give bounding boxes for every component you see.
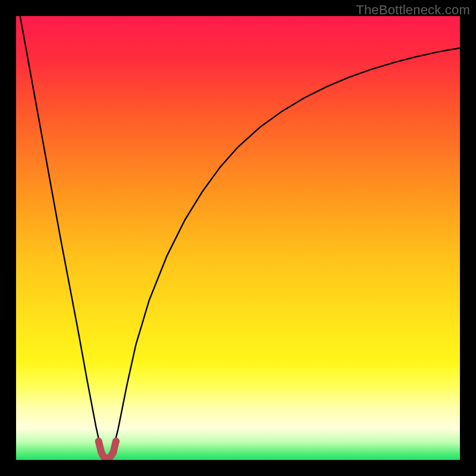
watermark-text: TheBottleneck.com (356, 2, 470, 18)
curve-layer (16, 16, 460, 460)
chart-frame: TheBottleneck.com (0, 0, 476, 476)
curve-right-branch (114, 48, 460, 447)
valley-marker (99, 441, 116, 459)
curve-left-branch (16, 16, 101, 447)
svg-point-1 (95, 438, 102, 445)
valley-marker-dots (95, 438, 120, 445)
svg-point-2 (112, 438, 120, 445)
plot-area (16, 16, 460, 460)
